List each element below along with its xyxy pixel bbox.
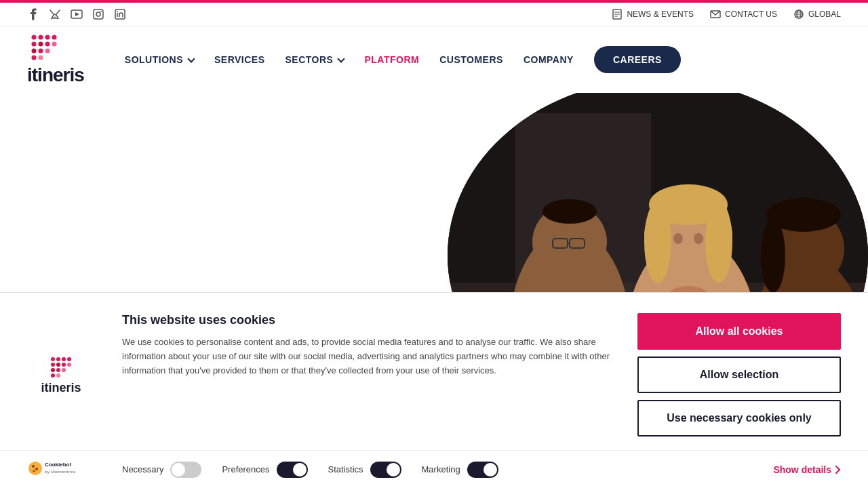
statistics-knob (387, 463, 400, 476)
instagram-icon[interactable] (92, 8, 104, 20)
svg-point-62 (56, 368, 60, 372)
svg-point-56 (67, 357, 71, 361)
svg-marker-1 (75, 12, 79, 16)
marketing-toggle[interactable] (467, 462, 498, 478)
svg-point-20 (39, 35, 43, 40)
main-nav: itineris SOLUTIONS SERVICES SECTORS PLAT… (0, 26, 868, 93)
necessary-toggle[interactable] (170, 462, 201, 478)
svg-point-59 (62, 363, 66, 367)
social-icons (27, 8, 126, 20)
svg-point-55 (62, 357, 66, 361)
svg-point-58 (56, 363, 60, 367)
marketing-knob (484, 463, 497, 476)
show-details-button[interactable]: Show details (773, 464, 841, 475)
allow-selection-button[interactable]: Allow selection (637, 357, 841, 393)
nav-company[interactable]: COMPANY (524, 54, 574, 65)
svg-point-46 (673, 233, 683, 244)
nav-sectors[interactable]: SECTORS (285, 54, 344, 65)
global-link[interactable]: GLOBAL (793, 9, 841, 20)
toggle-preferences: Preferences (222, 462, 307, 478)
cookie-logo: itineris (27, 313, 95, 436)
solutions-chevron (187, 55, 195, 62)
logo-area[interactable]: itineris (27, 33, 84, 86)
svg-point-64 (51, 373, 55, 378)
svg-point-61 (51, 368, 55, 372)
nav-links: SOLUTIONS SERVICES SECTORS PLATFORM CUST… (125, 46, 841, 73)
top-bar: NEWS & EVENTS CONTACT US GL (0, 3, 868, 26)
news-icon (612, 9, 623, 20)
svg-point-51 (761, 218, 785, 293)
svg-text:Cookiebot: Cookiebot (45, 462, 71, 468)
svg-point-45 (705, 201, 732, 283)
preferences-toggle[interactable] (277, 462, 308, 478)
top-nav: NEWS & EVENTS CONTACT US GL (612, 9, 841, 20)
logo-text: itineris (27, 64, 84, 86)
cookie-logo-text: itineris (41, 381, 81, 395)
nav-services[interactable]: SERVICES (214, 54, 265, 65)
toggle-necessary: Necessary (122, 462, 201, 478)
svg-text:by Usercentrics: by Usercentrics (45, 470, 76, 474)
necessary-label: Necessary (122, 464, 163, 474)
cookie-content: This website uses cookies We use cookies… (122, 313, 610, 436)
svg-point-22 (52, 35, 57, 40)
twitter-icon[interactable] (49, 8, 61, 20)
svg-rect-2 (94, 9, 103, 19)
necessary-cookies-button[interactable]: Use necessary cookies only (637, 400, 841, 436)
cookiebot-logo: Cookiebot by Usercentrics (27, 459, 95, 480)
linkedin-icon[interactable] (114, 8, 126, 20)
svg-point-65 (56, 373, 60, 378)
statistics-label: Statistics (328, 464, 363, 474)
svg-point-66 (28, 462, 42, 475)
marketing-label: Marketing (422, 464, 460, 474)
svg-point-28 (39, 49, 43, 54)
svg-point-67 (32, 465, 35, 468)
svg-point-30 (32, 56, 37, 60)
svg-point-24 (39, 42, 43, 47)
allow-all-cookies-button[interactable]: Allow all cookies (637, 313, 841, 350)
svg-point-57 (51, 363, 55, 367)
cookiebot-label: Cookiebot by Usercentrics (27, 459, 81, 480)
preferences-label: Preferences (222, 464, 269, 474)
contact-us-link[interactable]: CONTACT US (710, 9, 777, 20)
cookie-main: itineris This website uses cookies We us… (0, 293, 868, 450)
svg-point-69 (33, 470, 35, 472)
facebook-icon[interactable] (27, 8, 39, 20)
nav-customers[interactable]: CUSTOMERS (439, 54, 503, 65)
svg-point-40 (542, 199, 597, 224)
globe-icon (793, 9, 804, 20)
svg-point-54 (56, 357, 60, 361)
svg-point-26 (52, 42, 57, 47)
statistics-toggle[interactable] (370, 462, 401, 478)
svg-point-25 (45, 42, 50, 47)
show-details-chevron (834, 465, 841, 474)
svg-point-4 (100, 11, 102, 12)
svg-point-31 (39, 56, 43, 60)
svg-point-68 (35, 468, 38, 470)
nav-platform[interactable]: PLATFORM (364, 54, 419, 65)
news-events-link[interactable]: NEWS & EVENTS (612, 9, 694, 20)
youtube-icon[interactable] (71, 8, 83, 20)
svg-point-3 (96, 12, 100, 16)
svg-point-60 (67, 363, 71, 367)
svg-point-21 (45, 35, 50, 40)
careers-button[interactable]: CAREERS (594, 46, 681, 73)
svg-point-23 (32, 42, 37, 47)
sectors-chevron (338, 55, 345, 62)
show-details-label: Show details (773, 464, 831, 475)
svg-point-63 (62, 368, 66, 372)
preferences-knob (293, 463, 307, 476)
envelope-icon (710, 9, 721, 20)
svg-point-44 (644, 201, 671, 283)
svg-point-27 (32, 49, 37, 54)
cookie-footer: Cookiebot by Usercentrics Necessary Pref… (0, 450, 868, 488)
nav-solutions[interactable]: SOLUTIONS (125, 54, 194, 65)
svg-rect-5 (115, 9, 125, 19)
svg-point-29 (45, 49, 50, 54)
svg-point-53 (51, 357, 55, 361)
svg-point-7 (117, 11, 118, 12)
svg-point-47 (694, 233, 703, 244)
cookie-banner: itineris This website uses cookies We us… (0, 292, 868, 488)
svg-point-19 (32, 35, 37, 40)
cookie-toggles: Necessary Preferences Statistics (122, 462, 746, 478)
necessary-knob (172, 463, 185, 476)
